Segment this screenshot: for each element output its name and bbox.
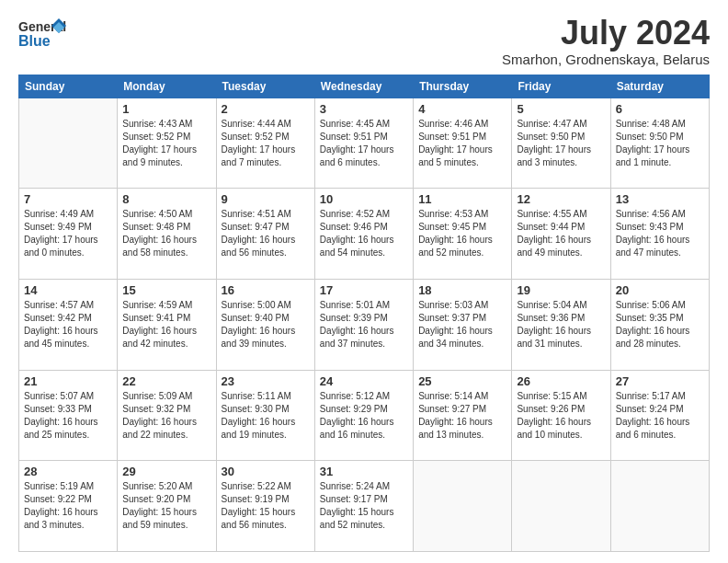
table-row: 22Sunrise: 5:09 AM Sunset: 9:32 PM Dayli…	[118, 370, 216, 461]
page-subtitle: Smarhon, Grodnenskaya, Belarus	[502, 52, 710, 67]
day-number: 6	[616, 102, 704, 116]
table-row: 25Sunrise: 5:14 AM Sunset: 9:27 PM Dayli…	[414, 370, 512, 461]
day-info: Sunrise: 4:44 AM Sunset: 9:52 PM Dayligh…	[222, 118, 310, 169]
table-row: 3Sunrise: 4:45 AM Sunset: 9:51 PM Daylig…	[314, 98, 413, 189]
table-row: 19Sunrise: 5:04 AM Sunset: 9:36 PM Dayli…	[512, 279, 610, 370]
day-number: 16	[222, 283, 310, 297]
title-section: July 2024 Smarhon, Grodnenskaya, Belarus	[502, 15, 710, 67]
page-title: July 2024	[502, 15, 710, 52]
day-number: 20	[616, 283, 704, 297]
table-row: 27Sunrise: 5:17 AM Sunset: 9:24 PM Dayli…	[610, 370, 709, 461]
logo: General Blue	[18, 15, 66, 59]
day-info: Sunrise: 5:19 AM Sunset: 9:22 PM Dayligh…	[24, 480, 112, 532]
table-row: 24Sunrise: 5:12 AM Sunset: 9:29 PM Dayli…	[314, 370, 413, 461]
logo-image: General Blue	[18, 15, 66, 59]
day-number: 19	[517, 283, 605, 297]
day-number: 11	[418, 192, 506, 206]
header-row: Sunday Monday Tuesday Wednesday Thursday…	[19, 75, 710, 98]
day-number: 28	[24, 465, 112, 478]
col-wednesday: Wednesday	[314, 75, 413, 98]
day-number: 23	[222, 374, 310, 388]
table-row	[610, 461, 709, 552]
col-sunday: Sunday	[19, 75, 118, 98]
col-monday: Monday	[118, 75, 216, 98]
day-info: Sunrise: 4:52 AM Sunset: 9:46 PM Dayligh…	[320, 208, 408, 259]
day-info: Sunrise: 4:45 AM Sunset: 9:51 PM Dayligh…	[320, 118, 408, 169]
day-info: Sunrise: 5:14 AM Sunset: 9:27 PM Dayligh…	[418, 390, 506, 442]
day-info: Sunrise: 4:43 AM Sunset: 9:52 PM Dayligh…	[122, 118, 210, 169]
day-info: Sunrise: 5:04 AM Sunset: 9:36 PM Dayligh…	[517, 299, 605, 350]
day-info: Sunrise: 4:57 AM Sunset: 9:42 PM Dayligh…	[24, 299, 112, 350]
table-row: 8Sunrise: 4:50 AM Sunset: 9:48 PM Daylig…	[118, 189, 216, 280]
day-info: Sunrise: 4:55 AM Sunset: 9:44 PM Dayligh…	[517, 208, 605, 259]
day-number: 22	[122, 374, 210, 388]
table-row: 28Sunrise: 5:19 AM Sunset: 9:22 PM Dayli…	[19, 461, 118, 552]
table-row: 2Sunrise: 4:44 AM Sunset: 9:52 PM Daylig…	[216, 98, 314, 189]
day-info: Sunrise: 5:17 AM Sunset: 9:24 PM Dayligh…	[616, 390, 704, 442]
table-row: 16Sunrise: 5:00 AM Sunset: 9:40 PM Dayli…	[216, 279, 314, 370]
table-row: 10Sunrise: 4:52 AM Sunset: 9:46 PM Dayli…	[314, 189, 413, 280]
col-saturday: Saturday	[610, 75, 709, 98]
table-row: 14Sunrise: 4:57 AM Sunset: 9:42 PM Dayli…	[19, 279, 118, 370]
table-row: 11Sunrise: 4:53 AM Sunset: 9:45 PM Dayli…	[414, 189, 512, 280]
day-number: 5	[517, 102, 605, 116]
day-info: Sunrise: 5:20 AM Sunset: 9:20 PM Dayligh…	[122, 480, 210, 532]
day-number: 4	[418, 102, 506, 116]
col-tuesday: Tuesday	[216, 75, 314, 98]
day-number: 3	[320, 102, 408, 116]
day-number: 8	[122, 192, 210, 206]
day-number: 25	[418, 374, 506, 388]
calendar-table: Sunday Monday Tuesday Wednesday Thursday…	[18, 75, 710, 552]
table-row: 15Sunrise: 4:59 AM Sunset: 9:41 PM Dayli…	[118, 279, 216, 370]
table-row	[19, 98, 118, 189]
table-row	[414, 461, 512, 552]
table-row: 20Sunrise: 5:06 AM Sunset: 9:35 PM Dayli…	[610, 279, 709, 370]
day-info: Sunrise: 5:11 AM Sunset: 9:30 PM Dayligh…	[222, 390, 310, 442]
table-row: 17Sunrise: 5:01 AM Sunset: 9:39 PM Dayli…	[314, 279, 413, 370]
table-row: 26Sunrise: 5:15 AM Sunset: 9:26 PM Dayli…	[512, 370, 610, 461]
day-info: Sunrise: 5:15 AM Sunset: 9:26 PM Dayligh…	[517, 390, 605, 442]
day-number: 31	[320, 465, 408, 478]
day-info: Sunrise: 5:07 AM Sunset: 9:33 PM Dayligh…	[24, 390, 112, 442]
day-info: Sunrise: 5:24 AM Sunset: 9:17 PM Dayligh…	[320, 480, 408, 532]
table-row: 9Sunrise: 4:51 AM Sunset: 9:47 PM Daylig…	[216, 189, 314, 280]
day-info: Sunrise: 4:59 AM Sunset: 9:41 PM Dayligh…	[122, 299, 210, 350]
table-row: 29Sunrise: 5:20 AM Sunset: 9:20 PM Dayli…	[118, 461, 216, 552]
day-number: 7	[24, 192, 112, 206]
col-thursday: Thursday	[414, 75, 512, 98]
day-info: Sunrise: 5:00 AM Sunset: 9:40 PM Dayligh…	[222, 299, 310, 350]
day-info: Sunrise: 4:51 AM Sunset: 9:47 PM Dayligh…	[222, 208, 310, 259]
table-row: 12Sunrise: 4:55 AM Sunset: 9:44 PM Dayli…	[512, 189, 610, 280]
table-row	[512, 461, 610, 552]
day-info: Sunrise: 5:22 AM Sunset: 9:19 PM Dayligh…	[222, 480, 310, 532]
table-row: 31Sunrise: 5:24 AM Sunset: 9:17 PM Dayli…	[314, 461, 413, 552]
day-number: 30	[222, 465, 310, 478]
day-number: 17	[320, 283, 408, 297]
day-info: Sunrise: 4:53 AM Sunset: 9:45 PM Dayligh…	[418, 208, 506, 259]
day-info: Sunrise: 4:47 AM Sunset: 9:50 PM Dayligh…	[517, 118, 605, 169]
table-row: 18Sunrise: 5:03 AM Sunset: 9:37 PM Dayli…	[414, 279, 512, 370]
day-info: Sunrise: 4:49 AM Sunset: 9:49 PM Dayligh…	[24, 208, 112, 259]
day-number: 9	[222, 192, 310, 206]
day-number: 24	[320, 374, 408, 388]
day-info: Sunrise: 5:09 AM Sunset: 9:32 PM Dayligh…	[122, 390, 210, 442]
svg-text:Blue: Blue	[18, 33, 51, 49]
day-number: 12	[517, 192, 605, 206]
table-row: 7Sunrise: 4:49 AM Sunset: 9:49 PM Daylig…	[19, 189, 118, 280]
day-info: Sunrise: 4:56 AM Sunset: 9:43 PM Dayligh…	[616, 208, 704, 259]
table-row: 30Sunrise: 5:22 AM Sunset: 9:19 PM Dayli…	[216, 461, 314, 552]
day-number: 2	[222, 102, 310, 116]
table-row: 23Sunrise: 5:11 AM Sunset: 9:30 PM Dayli…	[216, 370, 314, 461]
day-number: 26	[517, 374, 605, 388]
day-number: 1	[122, 102, 210, 116]
page: General Blue July 2024 Smarhon, Grodnens…	[0, 0, 728, 563]
day-info: Sunrise: 4:48 AM Sunset: 9:50 PM Dayligh…	[616, 118, 704, 169]
day-number: 10	[320, 192, 408, 206]
table-row: 13Sunrise: 4:56 AM Sunset: 9:43 PM Dayli…	[610, 189, 709, 280]
day-number: 15	[122, 283, 210, 297]
day-info: Sunrise: 5:12 AM Sunset: 9:29 PM Dayligh…	[320, 390, 408, 442]
day-info: Sunrise: 4:46 AM Sunset: 9:51 PM Dayligh…	[418, 118, 506, 169]
table-row: 1Sunrise: 4:43 AM Sunset: 9:52 PM Daylig…	[118, 98, 216, 189]
day-number: 29	[122, 465, 210, 478]
day-info: Sunrise: 4:50 AM Sunset: 9:48 PM Dayligh…	[122, 208, 210, 259]
